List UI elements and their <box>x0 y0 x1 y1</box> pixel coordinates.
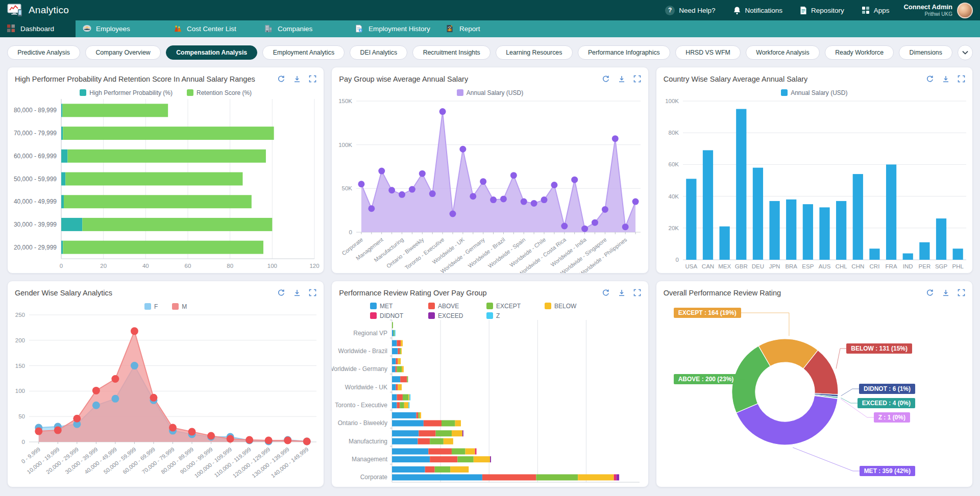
filter-pill-predictive-analysis[interactable]: Predictive Analysis <box>7 45 80 60</box>
filter-pill-compensation-analysis[interactable]: Compensation Analysis <box>166 45 258 60</box>
svg-text:60,000 - 69,999: 60,000 - 69,999 <box>14 153 57 160</box>
pay-group-salary-chart: 050K100K150KCorporateManagementManufactu… <box>332 97 648 273</box>
svg-text:100: 100 <box>267 263 277 269</box>
refresh-icon[interactable] <box>277 75 285 83</box>
download-icon[interactable] <box>293 75 301 83</box>
download-icon[interactable] <box>618 75 626 83</box>
fullscreen-icon[interactable] <box>958 75 965 83</box>
chevron-down-icon <box>962 51 968 55</box>
svg-text:Worldwide - Germany: Worldwide - Germany <box>332 366 387 373</box>
menu-label: Apps <box>874 7 890 14</box>
download-icon[interactable] <box>293 289 301 297</box>
refresh-icon[interactable] <box>602 75 610 83</box>
svg-text:Regional VP: Regional VP <box>354 330 388 337</box>
gender-salary-chart: 0501001502002500 - 9,99910,000 - 19,9992… <box>8 311 324 487</box>
filter-pill-workforce-analysis[interactable]: Workforce Analysis <box>746 45 820 60</box>
svg-text:150: 150 <box>15 362 25 368</box>
svg-text:100: 100 <box>15 388 25 394</box>
cost-center-icon <box>174 24 182 33</box>
tab-companies[interactable]: Companies <box>257 20 348 37</box>
card-overall-review: Overall Performance Review Rating EXCEPT… <box>656 281 973 487</box>
review-by-paygroup-chart: Regional VPWorldwide - BrazilWorldwide -… <box>332 319 648 487</box>
fullscreen-icon[interactable] <box>633 289 641 297</box>
filter-pill-dei-analytics[interactable]: DEI Analytics <box>350 45 407 60</box>
menu-notifications[interactable]: Notifications <box>733 6 783 15</box>
user-menu[interactable]: Connect Admin Prithwi UKG <box>903 3 973 18</box>
legend-item-annual-salary-usd[interactable]: Annual Salary (USD) <box>781 89 847 97</box>
legend-item-didnot[interactable]: DIDNOT <box>370 312 428 319</box>
card-title: Performance Review Rating Over Pay Group <box>339 289 486 297</box>
avatar[interactable] <box>957 3 973 18</box>
dashboard-icon <box>7 24 16 33</box>
legend-item-high-performer-probability[interactable]: High Performer Probability (%) <box>80 89 173 97</box>
legend-swatch <box>80 89 86 96</box>
tab-employees[interactable]: Employees <box>76 20 166 37</box>
legend-item-annual-salary-usd[interactable]: Annual Salary (USD) <box>457 89 523 97</box>
filter-pill-ready-workforce[interactable]: Ready Workforce <box>825 45 894 60</box>
download-icon[interactable] <box>942 289 950 297</box>
fullscreen-icon[interactable] <box>309 75 316 83</box>
card-title: Pay Group wise Average Annual Salary <box>339 75 468 83</box>
legend-item-met[interactable]: MET <box>370 303 428 310</box>
more-filters-button[interactable] <box>958 45 973 60</box>
tab-bar: DashboardEmployeesCost Center ListCompan… <box>0 20 980 37</box>
svg-text:50: 50 <box>18 413 25 419</box>
svg-text:0: 0 <box>22 439 25 445</box>
legend-swatch <box>187 89 193 96</box>
filter-pill-dimensions[interactable]: Dimensions <box>899 45 952 60</box>
salary-ranges-chart: 02040608010012080,000 - 89,99970,000 - 7… <box>8 97 324 273</box>
donut-callout-z: Z : 1 (0%) <box>874 412 910 423</box>
fullscreen-icon[interactable] <box>633 75 641 83</box>
svg-text:70,000 - 79,999: 70,000 - 79,999 <box>141 446 176 475</box>
filter-pill-company-overview[interactable]: Company Overview <box>85 45 161 60</box>
legend-item-above[interactable]: ABOVE <box>428 303 486 310</box>
legend-item-m[interactable]: M <box>172 303 187 311</box>
companies-icon <box>264 24 273 33</box>
tab-cost-center-list[interactable]: Cost Center List <box>166 20 257 37</box>
legend-item-retention-score[interactable]: Retention Score (%) <box>187 89 252 97</box>
refresh-icon[interactable] <box>602 289 610 297</box>
menu-label: Need Help? <box>679 7 715 14</box>
svg-text:120: 120 <box>309 263 319 269</box>
filter-pill-recruitment-insights[interactable]: Recruitment Insights <box>412 45 491 60</box>
svg-text:80: 80 <box>227 263 233 269</box>
filter-pill-employment-analytics[interactable]: Employment Analytics <box>262 45 345 60</box>
country-salary-chart: 020K40K60K80K100KUSACANMEXGBRDEUJPNBRAES… <box>656 97 972 273</box>
app-title: Analytico <box>29 5 69 16</box>
legend-item-below[interactable]: BELOW <box>545 303 603 310</box>
svg-text:Toronto - Executive: Toronto - Executive <box>335 402 388 409</box>
refresh-icon[interactable] <box>926 289 934 297</box>
download-icon[interactable] <box>618 289 626 297</box>
legend-item-exceed[interactable]: EXCEED <box>428 312 486 319</box>
svg-text:40,000 - 49,999: 40,000 - 49,999 <box>83 446 118 475</box>
legend-item-f[interactable]: F <box>144 303 158 311</box>
refresh-icon[interactable] <box>277 289 285 297</box>
refresh-icon[interactable] <box>926 75 934 83</box>
svg-text:Worldwide - Brazil: Worldwide - Brazil <box>338 348 387 355</box>
chart-legend: Annual Salary (USD) <box>332 89 648 97</box>
legend-swatch <box>486 312 493 319</box>
tab-report[interactable]: Report <box>439 20 530 37</box>
menu-repository[interactable]: Repository <box>800 6 844 15</box>
svg-text:CAN: CAN <box>701 263 714 269</box>
legend-label: MET <box>380 303 393 310</box>
legend-item-z[interactable]: Z <box>486 312 545 319</box>
svg-text:30,000 - 39,999: 30,000 - 39,999 <box>64 446 99 475</box>
card-salary-ranges: High Performer Probability And Retention… <box>7 67 324 274</box>
menu-need-help[interactable]: ?Need Help? <box>665 6 715 15</box>
download-icon[interactable] <box>942 75 950 83</box>
fullscreen-icon[interactable] <box>309 289 316 297</box>
dashboard-grid: High Performer Probability And Retention… <box>0 60 980 487</box>
tab-employment-history[interactable]: Employment History <box>348 20 439 37</box>
chart-legend: High Performer Probability (%)Retention … <box>8 89 324 97</box>
tab-label: Companies <box>278 25 312 33</box>
card-actions <box>602 75 641 83</box>
tab-dashboard[interactable]: Dashboard <box>0 20 76 37</box>
legend-item-except[interactable]: EXCEPT <box>486 303 545 310</box>
menu-apps[interactable]: Apps <box>862 6 890 14</box>
filter-pill-performance-infographics[interactable]: Performance Infographics <box>578 45 670 60</box>
fullscreen-icon[interactable] <box>958 289 965 297</box>
filter-pill-hrsd-vs-wfm[interactable]: HRSD VS WFM <box>675 45 741 60</box>
legend-swatch <box>428 303 435 309</box>
filter-pill-learning-resources[interactable]: Learning Resources <box>496 45 573 60</box>
